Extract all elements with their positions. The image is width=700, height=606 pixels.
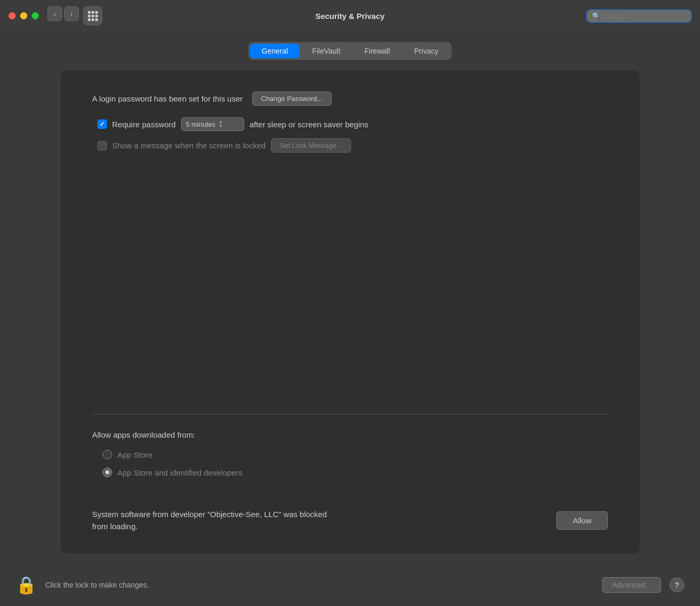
tab-privacy[interactable]: Privacy (403, 44, 450, 58)
settings-panel: A login password has been set for this u… (61, 70, 639, 553)
lock-icon[interactable]: 🔒 (16, 575, 37, 595)
forward-button[interactable]: › (64, 6, 79, 21)
search-bar[interactable]: 🔍 (586, 9, 692, 23)
tab-firewall[interactable]: Firewall (353, 44, 402, 58)
download-source-radio-group: App Store App Store and identified devel… (103, 450, 608, 477)
blocked-text-line2: from loading. (92, 522, 138, 531)
password-time-dropdown[interactable]: 5 minutes ▲ ▼ (181, 117, 244, 131)
allow-button[interactable]: Allow (556, 511, 608, 530)
radio-app-store-label: App Store (117, 450, 153, 459)
dropdown-arrows-icon: ▲ ▼ (218, 120, 223, 128)
back-button[interactable]: ‹ (47, 6, 62, 21)
blocked-software-section: System software from developer “Objectiv… (92, 498, 608, 532)
window-title: Security & Privacy (315, 12, 385, 21)
radio-app-store[interactable] (103, 450, 112, 459)
close-button[interactable] (8, 12, 16, 19)
allow-apps-label: Allow apps downloaded from: (92, 430, 608, 439)
password-row: A login password has been set for this u… (92, 92, 608, 106)
change-password-button[interactable]: Change Password... (252, 92, 332, 106)
minimize-button[interactable] (20, 12, 27, 19)
titlebar: ‹ › Security & Privacy 🔍 (0, 0, 700, 32)
maximize-button[interactable] (32, 12, 39, 19)
advanced-button: Advanced... (602, 577, 661, 593)
nav-buttons: ‹ › (47, 6, 102, 25)
help-button[interactable]: ? (669, 578, 684, 592)
tab-bar: General FileVault Firewall Privacy (248, 42, 451, 60)
lock-message-checkbox[interactable] (97, 141, 107, 150)
grid-button[interactable] (83, 6, 102, 25)
main-content: General FileVault Firewall Privacy A log… (0, 32, 700, 564)
dropdown-value: 5 minutes (186, 120, 215, 128)
section-divider (92, 414, 608, 415)
blocked-text-line1: System software from developer “Objectiv… (92, 510, 327, 519)
password-set-label: A login password has been set for this u… (92, 94, 243, 103)
grid-icon (88, 11, 98, 21)
after-sleep-label: after sleep or screen saver begins (249, 120, 368, 129)
require-password-label: Require password (112, 120, 176, 129)
lock-message-row: Show a message when the screen is locked… (97, 138, 608, 153)
bottom-bar: 🔒 Click the lock to make changes. Advanc… (0, 564, 700, 606)
tab-filevault[interactable]: FileVault (301, 44, 352, 58)
lock-message-label: Show a message when the screen is locked (112, 141, 266, 150)
blocked-software-text: System software from developer “Objectiv… (92, 509, 541, 532)
require-password-row: Require password 5 minutes ▲ ▼ after sle… (97, 117, 608, 131)
radio-selected-indicator (105, 470, 109, 474)
traffic-lights (8, 12, 39, 19)
radio-app-store-developers[interactable] (103, 468, 112, 477)
search-icon: 🔍 (592, 12, 601, 20)
radio-app-store-developers-label: App Store and identified developers (117, 468, 243, 477)
search-input[interactable] (604, 12, 686, 20)
radio-row-app-store-developers[interactable]: App Store and identified developers (103, 468, 608, 477)
lock-message-bottom: Click the lock to make changes. (45, 581, 594, 589)
require-password-checkbox[interactable] (97, 119, 107, 129)
set-lock-message-button: Set Lock Message... (271, 138, 351, 153)
tab-general[interactable]: General (250, 44, 299, 58)
radio-row-app-store[interactable]: App Store (103, 450, 608, 459)
